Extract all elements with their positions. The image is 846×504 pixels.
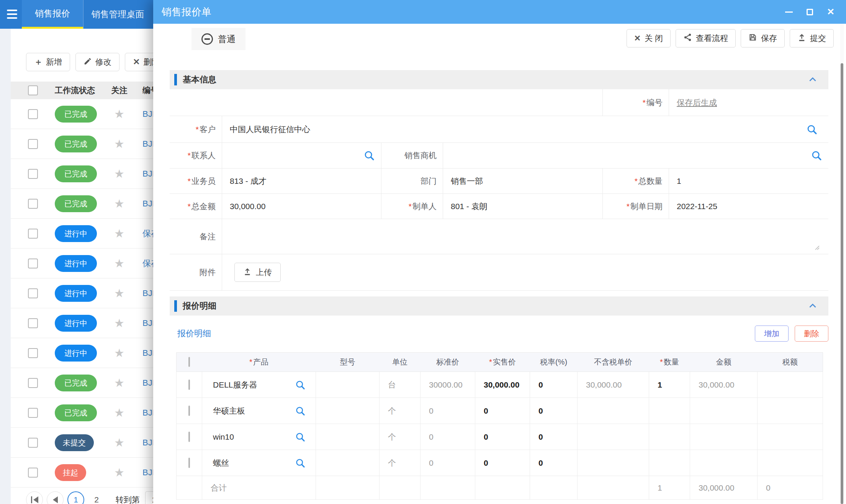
view-flow-button[interactable]: 查看流程 <box>676 29 736 47</box>
total-qty-field[interactable]: 1 <box>669 169 828 194</box>
sale-price-cell[interactable]: 30,000.00 <box>475 372 530 398</box>
submit-button[interactable]: 提交 <box>790 29 834 47</box>
row-checkbox[interactable] <box>188 458 190 468</box>
row-checkbox[interactable] <box>28 229 38 239</box>
remark-field[interactable] <box>222 219 828 254</box>
product-cell[interactable]: 华硕主板 <box>202 398 316 424</box>
pagination: 1 2 转到第 <box>26 491 163 504</box>
star-icon[interactable]: ★ <box>114 377 124 389</box>
total-amount-field[interactable]: 30,000.00 <box>222 194 381 219</box>
column-std-price: 标准价 <box>421 353 475 372</box>
product-cell[interactable]: 螺丝 <box>202 450 316 476</box>
search-icon[interactable] <box>806 124 818 135</box>
sale-price-cell[interactable]: 0 <box>475 450 530 476</box>
row-checkbox[interactable] <box>188 380 190 390</box>
tax-cell <box>758 372 823 398</box>
scrollbar-track[interactable] <box>840 24 844 504</box>
edit-button[interactable]: 修改 <box>75 53 119 71</box>
qty-cell[interactable] <box>649 450 690 476</box>
row-checkbox[interactable] <box>28 438 38 448</box>
product-cell[interactable]: win10 <box>202 424 316 450</box>
star-icon[interactable]: ★ <box>114 467 124 478</box>
prev-page-button[interactable] <box>47 491 64 504</box>
total-qty: 1 <box>649 476 690 500</box>
std-price-cell: 30000.00 <box>421 372 475 398</box>
tax-rate-cell[interactable]: 0 <box>530 372 578 398</box>
star-icon[interactable]: ★ <box>114 258 124 269</box>
star-icon[interactable]: ★ <box>114 138 124 150</box>
hamburger-menu-icon[interactable] <box>7 8 18 21</box>
minimize-icon[interactable] <box>785 11 793 13</box>
row-checkbox[interactable] <box>28 288 38 298</box>
row-checkbox[interactable] <box>188 432 190 442</box>
tax-rate-cell[interactable]: 0 <box>530 424 578 450</box>
resize-grip-icon[interactable] <box>813 243 820 250</box>
star-icon[interactable]: ★ <box>114 347 124 359</box>
close-dialog-button[interactable]: ✕ 关 闭 <box>627 29 671 47</box>
qty-cell[interactable] <box>649 424 690 450</box>
save-button[interactable]: 保存 <box>741 29 785 47</box>
search-icon[interactable] <box>295 380 306 390</box>
sale-price-cell[interactable]: 0 <box>475 398 530 424</box>
salesman-field[interactable]: 813 - 成才 <box>222 169 381 194</box>
detail-tab[interactable]: 报价明细 <box>177 328 211 339</box>
search-icon[interactable] <box>295 406 306 416</box>
department-label: 部门 <box>381 169 443 194</box>
tax-rate-cell[interactable]: 0 <box>530 398 578 424</box>
row-checkbox[interactable] <box>28 318 38 328</box>
row-checkbox[interactable] <box>28 348 38 358</box>
tab-sales-quote[interactable]: 销售报价 <box>22 0 83 29</box>
creator-label: *制单人 <box>381 194 443 219</box>
add-button[interactable]: ＋ 新增 <box>26 53 70 71</box>
star-icon[interactable]: ★ <box>114 288 124 299</box>
row-checkbox[interactable] <box>28 378 38 388</box>
star-icon[interactable]: ★ <box>114 228 124 239</box>
star-icon[interactable]: ★ <box>114 437 124 448</box>
search-icon[interactable] <box>811 150 822 161</box>
chevron-up-icon[interactable] <box>808 301 818 311</box>
scrollbar-thumb[interactable] <box>841 63 843 504</box>
star-icon[interactable]: ★ <box>114 407 124 419</box>
search-icon[interactable] <box>295 432 306 442</box>
page-2-button[interactable]: 2 <box>88 491 105 504</box>
close-icon[interactable]: ✕ <box>827 7 835 16</box>
star-icon[interactable]: ★ <box>114 317 124 329</box>
row-checkbox[interactable] <box>28 468 38 478</box>
column-workflow-status: 工作流状态 <box>55 85 95 96</box>
star-icon[interactable]: ★ <box>114 198 124 209</box>
sale-price-cell[interactable]: 0 <box>475 424 530 450</box>
row-checkbox[interactable] <box>28 109 38 119</box>
delete-row-button[interactable]: 删除 <box>795 326 828 342</box>
upload-button[interactable]: 上传 <box>234 263 281 282</box>
row-checkbox[interactable] <box>28 259 38 268</box>
chevron-up-icon[interactable] <box>808 75 818 85</box>
row-checkbox[interactable] <box>28 169 38 179</box>
product-cell[interactable]: DELL服务器 <box>202 372 316 398</box>
row-checkbox[interactable] <box>28 139 38 149</box>
row-checkbox[interactable] <box>188 406 190 416</box>
select-all-checkbox[interactable] <box>28 85 38 95</box>
page-1-button[interactable]: 1 <box>67 491 84 504</box>
workflow-state-chip[interactable]: 普通 <box>191 28 245 50</box>
add-row-button[interactable]: 增加 <box>755 326 789 342</box>
department-field[interactable]: 销售一部 <box>443 169 603 194</box>
row-checkbox[interactable] <box>28 199 38 209</box>
search-icon[interactable] <box>363 150 375 161</box>
create-date-field[interactable]: 2022-11-25 <box>669 194 828 219</box>
row-checkbox[interactable] <box>28 408 38 418</box>
customer-field[interactable]: 中国人民银行征信中心 <box>222 116 828 143</box>
first-page-button[interactable] <box>26 491 43 504</box>
opportunity-field[interactable] <box>443 143 828 169</box>
star-icon[interactable]: ★ <box>114 168 124 180</box>
creator-field[interactable]: 801 - 袁朗 <box>443 194 603 219</box>
contact-field[interactable] <box>222 143 381 169</box>
qty-cell[interactable]: 1 <box>649 372 690 398</box>
tab-sales-desktop[interactable]: 销售管理桌面 <box>83 0 152 29</box>
goto-page-label: 转到第 <box>116 494 140 504</box>
search-icon[interactable] <box>295 458 306 468</box>
tax-rate-cell[interactable]: 0 <box>530 450 578 476</box>
maximize-icon[interactable] <box>807 9 813 15</box>
qty-cell[interactable] <box>649 398 690 424</box>
select-all-checkbox[interactable] <box>188 357 190 367</box>
star-icon[interactable]: ★ <box>114 108 124 120</box>
